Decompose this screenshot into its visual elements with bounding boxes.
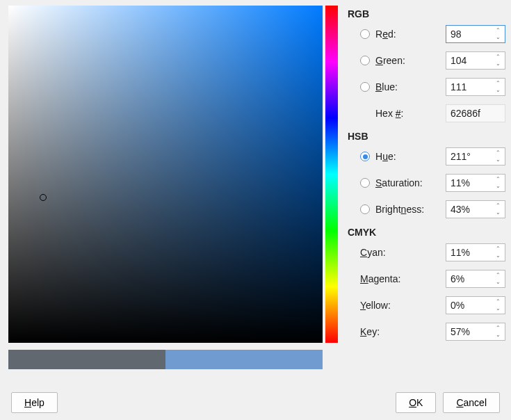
brightness-spinbox[interactable]: 43% ⌃⌄ bbox=[446, 200, 505, 218]
spin-arrows-icon[interactable]: ⌃⌄ bbox=[494, 246, 505, 259]
yellow-spinbox[interactable]: 0% ⌃⌄ bbox=[446, 296, 505, 314]
color-compare-swatch bbox=[8, 350, 323, 369]
magenta-label: Magenta: bbox=[360, 273, 446, 284]
help-button[interactable]: Help bbox=[11, 392, 58, 413]
green-spinbox[interactable]: 104 ⌃⌄ bbox=[446, 51, 505, 70]
spin-arrows-icon[interactable]: ⌃⌄ bbox=[494, 325, 505, 338]
blue-spinbox[interactable]: 111 ⌃⌄ bbox=[446, 78, 505, 96]
saturation-value-field[interactable] bbox=[8, 6, 323, 343]
red-label: Red: bbox=[375, 29, 446, 40]
spin-arrows-icon[interactable]: ⌃⌄ bbox=[494, 299, 505, 312]
blue-label: Blue: bbox=[375, 81, 446, 92]
radio-brightness[interactable] bbox=[360, 204, 370, 214]
yellow-label: Yellow: bbox=[360, 300, 446, 311]
radio-hue[interactable] bbox=[360, 152, 370, 161]
ok-button[interactable]: OK bbox=[396, 392, 436, 413]
spin-arrows-icon[interactable]: ⌃⌄ bbox=[494, 28, 505, 40]
saturation-spinbox[interactable]: 11% ⌃⌄ bbox=[446, 174, 505, 192]
radio-saturation[interactable] bbox=[360, 178, 370, 188]
spin-arrows-icon[interactable]: ⌃⌄ bbox=[494, 177, 505, 189]
hue-slider[interactable] bbox=[325, 6, 338, 343]
sv-cursor[interactable] bbox=[40, 194, 47, 201]
radio-blue[interactable] bbox=[360, 82, 370, 92]
cmyk-group-title: CMYK bbox=[348, 227, 505, 238]
cancel-button[interactable]: Cancel bbox=[443, 392, 500, 413]
spin-arrows-icon[interactable]: ⌃⌄ bbox=[494, 273, 505, 285]
green-label: Green: bbox=[375, 55, 446, 66]
rgb-group-title: RGB bbox=[348, 8, 505, 19]
spin-arrows-icon[interactable]: ⌃⌄ bbox=[494, 203, 505, 216]
radio-green[interactable] bbox=[360, 56, 370, 65]
cyan-label: Cyan: bbox=[360, 247, 446, 258]
saturation-label: Saturation: bbox=[375, 177, 446, 188]
spin-arrows-icon[interactable]: ⌃⌄ bbox=[494, 81, 505, 93]
hue-spinbox[interactable]: 211° ⌃⌄ bbox=[446, 147, 505, 165]
swatch-old-color bbox=[8, 350, 165, 369]
radio-red[interactable] bbox=[360, 29, 370, 39]
brightness-label: Brightness: bbox=[375, 204, 446, 215]
hex-label: Hex #: bbox=[375, 108, 446, 119]
swatch-new-color bbox=[165, 350, 323, 369]
key-label: Key: bbox=[360, 326, 446, 337]
spin-arrows-icon[interactable]: ⌃⌄ bbox=[494, 54, 505, 67]
magenta-spinbox[interactable]: 6% ⌃⌄ bbox=[446, 270, 505, 288]
key-spinbox[interactable]: 57% ⌃⌄ bbox=[446, 323, 505, 341]
red-spinbox[interactable]: 98 ⌃⌄ bbox=[446, 25, 505, 43]
hsb-group-title: HSB bbox=[348, 131, 505, 142]
hue-label: Hue: bbox=[375, 151, 446, 162]
hex-input[interactable]: 62686f bbox=[446, 104, 505, 122]
cyan-spinbox[interactable]: 11% ⌃⌄ bbox=[446, 243, 505, 261]
spin-arrows-icon[interactable]: ⌃⌄ bbox=[494, 150, 505, 163]
